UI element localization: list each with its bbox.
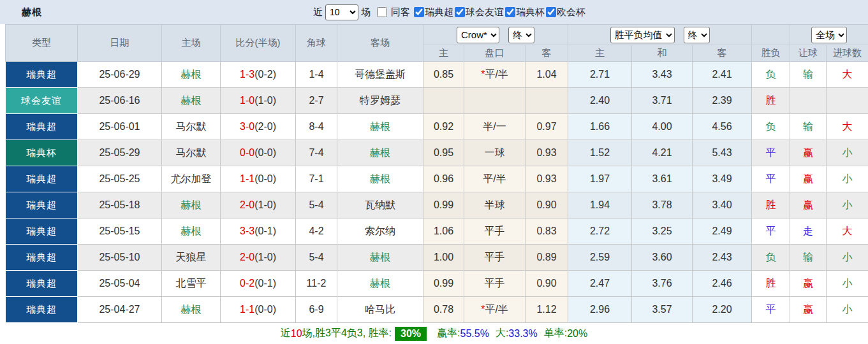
- avg-home-cell: 2.40: [568, 88, 632, 114]
- avg-away-cell: 2.43: [693, 245, 752, 271]
- subcol-odds-away: 客: [526, 45, 568, 62]
- away-team: 索尔纳: [337, 219, 423, 245]
- away-team: 瓦纳默: [337, 192, 423, 219]
- handicap-result-cell: [790, 88, 827, 114]
- avg-home-cell: 1.97: [568, 166, 632, 192]
- league-filter-label: 瑞典杯: [516, 6, 545, 18]
- col-header-score: 比分(半场): [221, 25, 296, 62]
- result-cell: 负: [752, 62, 790, 88]
- date-cell: 25-05-18: [78, 192, 162, 219]
- corners-cell: 1-4: [296, 62, 337, 88]
- league-filter-label: 球会友谊: [466, 6, 504, 18]
- avg-away-cell: 5.43: [693, 140, 752, 166]
- date-cell: 25-06-16: [78, 88, 162, 114]
- date-cell: 25-06-29: [78, 62, 162, 88]
- table-row: 瑞典超25-06-01马尔默3-0(2-0)8-4赫根0.92半/一0.971.…: [6, 114, 868, 140]
- result-cell: 平: [752, 140, 790, 166]
- league-filter: 瑞典杯: [504, 6, 545, 18]
- odds-home-cell: 0.99: [423, 271, 464, 297]
- odds-away-cell: 0.93: [526, 140, 568, 166]
- score-cell: 3-3(0-1): [221, 219, 296, 245]
- home-team: 赫根: [162, 297, 221, 323]
- col-header-type: 类型: [6, 25, 78, 62]
- handicap-cell: 平手: [464, 219, 526, 245]
- handicap-cell: *平/半: [464, 62, 526, 88]
- odds-group-header: Crow*终: [423, 25, 568, 45]
- odds-away-cell: 0.90: [526, 271, 568, 297]
- handicap-cell: 一球: [464, 140, 526, 166]
- avg-away-cell: 2.39: [693, 88, 752, 114]
- avg-away-cell: 2.41: [693, 62, 752, 88]
- handicap-result-cell: 走: [790, 219, 827, 245]
- recent-label: 近: [313, 6, 323, 18]
- big-rate-value: 33.3%: [508, 328, 537, 340]
- type-badge: 瑞典超: [6, 297, 78, 323]
- league-filter-checkbox[interactable]: [546, 7, 556, 17]
- result-cell: 胜: [752, 88, 790, 114]
- summary-prefix: 近: [281, 327, 291, 340]
- recent-count-select[interactable]: 10: [325, 4, 358, 20]
- odds-home-cell: 1.00: [423, 245, 464, 271]
- score-cell: 1-1(0-0): [221, 297, 296, 323]
- away-team: 赫根: [337, 271, 423, 297]
- home-team: 赫根: [162, 192, 221, 219]
- league-filter-checkbox[interactable]: [505, 7, 515, 17]
- handicap-result-cell: 赢: [790, 271, 827, 297]
- subcol-odds-home: 主: [423, 45, 464, 62]
- corners-cell: 7-4: [296, 140, 337, 166]
- odds-home-cell: 0.95: [423, 140, 464, 166]
- league-filter-checkbox[interactable]: [414, 7, 424, 17]
- score-cell: 2-0(1-0): [221, 192, 296, 219]
- result-group-spacer: [752, 25, 790, 45]
- avg-away-cell: 2.49: [693, 219, 752, 245]
- scope-select[interactable]: 全场: [811, 27, 847, 43]
- odds-time-select[interactable]: 终: [508, 27, 534, 43]
- handicap-result-cell: 赢: [790, 297, 827, 323]
- league-filter-checkbox[interactable]: [455, 7, 465, 17]
- avg-time-select[interactable]: 终: [684, 27, 710, 43]
- avg-draw-cell: 4.00: [632, 114, 693, 140]
- handicap-cell: [464, 88, 526, 114]
- summary-bar: 近10场,胜3平4负3, 胜率:30%赢率:55.5%大:33.3%单率:20%: [0, 323, 868, 344]
- home-team: 马尔默: [162, 114, 221, 140]
- summary-count: 10: [291, 328, 302, 340]
- goals-cell: 大: [827, 114, 868, 140]
- games-label: 场: [361, 6, 371, 18]
- handicap-result-cell: 赢: [790, 192, 827, 219]
- team-name: 赫根: [22, 6, 42, 18]
- odds-away-cell: 1.12: [526, 297, 568, 323]
- odds-away-cell: 1.04: [526, 62, 568, 88]
- league-filter: 球会友谊: [453, 6, 504, 18]
- date-cell: 25-05-29: [78, 140, 162, 166]
- corners-cell: 6-9: [296, 297, 337, 323]
- odds-home-cell: 1.06: [423, 219, 464, 245]
- odds-away-cell: [526, 88, 568, 114]
- date-cell: 25-05-10: [78, 245, 162, 271]
- avg-home-cell: 2.96: [568, 297, 632, 323]
- topbar: 赫根 近 10 场 同客 瑞典超球会友谊瑞典杯欧会杯: [0, 0, 868, 24]
- col-header-away: 客场: [337, 25, 423, 62]
- odds-away-cell: 0.89: [526, 245, 568, 271]
- same-away-checkbox[interactable]: [377, 7, 387, 17]
- table-row: 瑞典超25-05-18赫根2-0(1-0)5-4瓦纳默0.99半球0.901.9…: [6, 192, 868, 219]
- handicap-cell: 平/半: [464, 166, 526, 192]
- handicap-rate-label: 赢率:: [437, 327, 460, 340]
- win-rate-badge: 30%: [395, 327, 427, 341]
- goals-cell: 小: [827, 245, 868, 271]
- avg-draw-cell: 3.57: [632, 297, 693, 323]
- avg-draw-cell: 3.71: [632, 88, 693, 114]
- match-table-body: 瑞典超25-06-29赫根1-3(0-2)1-4哥德堡盖斯0.85*平/半1.0…: [6, 62, 868, 323]
- home-team: 马尔默: [162, 140, 221, 166]
- odds-home-cell: [423, 88, 464, 114]
- avg-type-select[interactable]: 胜平负均值: [610, 27, 675, 43]
- subcol-avg-away: 客: [693, 45, 752, 62]
- avg-away-cell: 3.40: [693, 192, 752, 219]
- date-cell: 25-04-27: [78, 297, 162, 323]
- home-team: 天狼星: [162, 245, 221, 271]
- odds-home-cell: 0.96: [423, 166, 464, 192]
- handicap-result-cell: 赢: [790, 166, 827, 192]
- table-row: 瑞典超25-06-29赫根1-3(0-2)1-4哥德堡盖斯0.85*平/半1.0…: [6, 62, 868, 88]
- bookmaker-select[interactable]: Crow*: [457, 27, 499, 43]
- table-row: 瑞典超25-05-10天狼星2-0(1-0)5-4赫根1.00平手0.892.5…: [6, 245, 868, 271]
- avg-home-cell: 1.52: [568, 140, 632, 166]
